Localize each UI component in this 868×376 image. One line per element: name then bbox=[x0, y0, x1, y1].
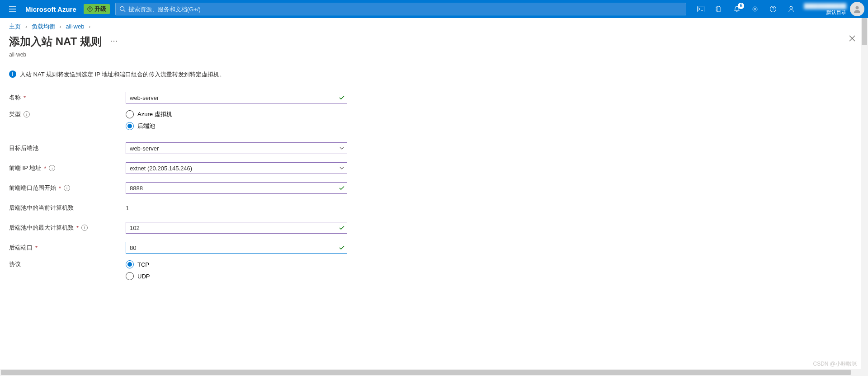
user-name: ████████████ bbox=[804, 3, 846, 9]
watermark: CSDN @小咔啦咪 bbox=[813, 360, 857, 368]
check-icon bbox=[339, 95, 344, 100]
check-icon bbox=[339, 245, 344, 250]
radio-label: 后端池 bbox=[137, 122, 155, 130]
required-mark: * bbox=[24, 94, 26, 101]
required-mark: * bbox=[35, 244, 38, 251]
search-input[interactable] bbox=[128, 6, 683, 13]
settings-icon[interactable] bbox=[746, 0, 764, 18]
radio-label: Azure 虚拟机 bbox=[137, 110, 172, 118]
help-icon[interactable]: i bbox=[81, 225, 88, 231]
info-icon: i bbox=[9, 70, 16, 78]
notification-badge: 6 bbox=[738, 3, 744, 9]
top-actions: 6 bbox=[692, 0, 800, 18]
chevron-right-icon: › bbox=[25, 23, 27, 30]
label-frontend-port-start: 前端端口范围开始 bbox=[9, 184, 56, 192]
check-icon bbox=[339, 225, 344, 230]
scrollbar-thumb[interactable] bbox=[1, 370, 851, 375]
label-backend-port: 后端端口 bbox=[9, 244, 33, 252]
check-icon bbox=[339, 185, 344, 191]
info-banner: i 入站 NAT 规则将发送到选定 IP 地址和端口组合的传入流量转发到特定虚拟… bbox=[9, 70, 859, 79]
more-icon[interactable]: ⋯ bbox=[110, 36, 118, 46]
radio-protocol-tcp[interactable]: TCP bbox=[126, 260, 347, 268]
help-icon[interactable] bbox=[764, 0, 782, 18]
scrollbar-thumb[interactable] bbox=[862, 18, 867, 45]
avatar[interactable] bbox=[850, 2, 864, 16]
svg-point-1 bbox=[120, 7, 124, 11]
current-machines-value: 1 bbox=[126, 205, 129, 212]
page-header: 添加入站 NAT 规则 ⋯ bbox=[0, 33, 868, 52]
upgrade-button[interactable]: 升级 bbox=[84, 4, 110, 14]
row-protocol: 协议 TCP UDP bbox=[9, 258, 859, 280]
name-input[interactable] bbox=[126, 92, 347, 103]
label-frontend-ip: 前端 IP 地址 bbox=[9, 164, 41, 172]
feedback-icon[interactable] bbox=[782, 0, 800, 18]
help-icon[interactable]: i bbox=[49, 165, 55, 171]
radio-label: TCP bbox=[137, 261, 149, 268]
svg-point-4 bbox=[754, 8, 756, 10]
required-mark: * bbox=[76, 225, 79, 231]
radio-type-vm[interactable]: Azure 虚拟机 bbox=[126, 110, 347, 118]
label-max-machines: 后端池中的最大计算机数 bbox=[9, 224, 74, 232]
frontend-ip-select[interactable] bbox=[126, 162, 347, 174]
search-box[interactable] bbox=[115, 3, 687, 15]
backend-pool-select[interactable] bbox=[126, 142, 347, 154]
content: i 入站 NAT 规则将发送到选定 IP 地址和端口组合的传入流量转发到特定虚拟… bbox=[0, 66, 868, 376]
row-max-machines: 后端池中的最大计算机数 * i bbox=[9, 219, 859, 237]
label-current-machines: 后端池中的当前计算机数 bbox=[9, 204, 74, 212]
upgrade-label: 升级 bbox=[94, 5, 106, 13]
help-icon[interactable]: i bbox=[64, 185, 70, 191]
radio-protocol-udp[interactable]: UDP bbox=[126, 272, 347, 280]
label-backend-pool: 目标后端池 bbox=[9, 144, 38, 152]
chevron-right-icon: › bbox=[89, 23, 90, 30]
help-icon[interactable]: i bbox=[24, 111, 30, 118]
svg-rect-3 bbox=[698, 6, 704, 12]
info-text: 入站 NAT 规则将发送到选定 IP 地址和端口组合的传入流量转发到特定虚拟机。 bbox=[20, 70, 225, 79]
breadcrumb: 主页 › 负载均衡 › all-web › bbox=[0, 18, 868, 33]
radio-label: UDP bbox=[137, 273, 150, 280]
label-protocol: 协议 bbox=[9, 260, 21, 268]
horizontal-scrollbar[interactable] bbox=[0, 369, 861, 376]
frontend-port-start-input[interactable] bbox=[126, 182, 347, 194]
label-type: 类型 bbox=[9, 110, 21, 118]
row-frontend-ip: 前端 IP 地址 * i bbox=[9, 159, 859, 177]
required-mark: * bbox=[59, 185, 61, 192]
row-name: 名称 * bbox=[9, 89, 859, 107]
user-box[interactable]: ████████████ 默认目录 bbox=[804, 3, 846, 15]
directory-label: 默认目录 bbox=[826, 9, 846, 15]
breadcrumb-item[interactable]: all-web bbox=[66, 23, 84, 30]
page-subtitle: all-web bbox=[0, 52, 868, 66]
svg-line-2 bbox=[123, 10, 125, 12]
notifications-icon[interactable]: 6 bbox=[728, 0, 746, 18]
max-machines-input[interactable] bbox=[126, 222, 347, 234]
brand-label[interactable]: Microsoft Azure bbox=[25, 5, 76, 13]
topbar: Microsoft Azure 升级 6 ███ bbox=[0, 0, 868, 18]
row-frontend-port-start: 前端端口范围开始 * i bbox=[9, 179, 859, 197]
backend-port-input[interactable] bbox=[126, 242, 347, 254]
upgrade-icon bbox=[87, 6, 93, 12]
svg-point-7 bbox=[856, 6, 859, 9]
vertical-scrollbar[interactable] bbox=[861, 18, 868, 376]
label-name: 名称 bbox=[9, 94, 21, 102]
row-type: 类型 i Azure 虚拟机 后端池 bbox=[9, 108, 859, 130]
row-backend-pool: 目标后端池 bbox=[9, 139, 859, 157]
breadcrumb-item[interactable]: 负载均衡 bbox=[32, 23, 55, 30]
page-title: 添加入站 NAT 规则 bbox=[9, 34, 102, 49]
chevron-right-icon: › bbox=[59, 23, 61, 30]
svg-point-6 bbox=[790, 6, 793, 9]
breadcrumb-item[interactable]: 主页 bbox=[9, 23, 21, 30]
menu-icon[interactable] bbox=[4, 0, 22, 18]
directories-icon[interactable] bbox=[710, 0, 728, 18]
close-icon[interactable] bbox=[849, 35, 855, 42]
search-icon bbox=[119, 6, 126, 12]
radio-type-backend-pool[interactable]: 后端池 bbox=[126, 122, 347, 130]
required-mark: * bbox=[44, 165, 46, 172]
cloud-shell-icon[interactable] bbox=[692, 0, 710, 18]
row-current-machines: 后端池中的当前计算机数 1 bbox=[9, 199, 859, 217]
row-backend-port: 后端端口 * bbox=[9, 239, 859, 257]
